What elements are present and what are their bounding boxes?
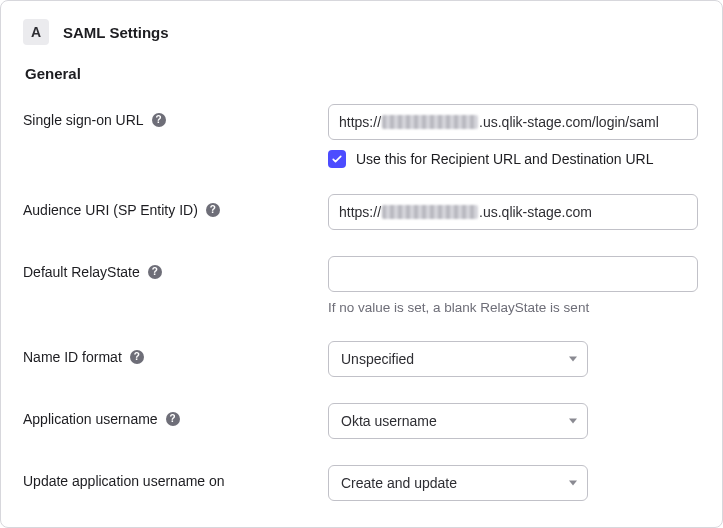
label-text: Audience URI (SP Entity ID) xyxy=(23,202,198,218)
sso-url-input[interactable]: https:// .us.qlik-stage.com/login/saml xyxy=(328,104,698,140)
control-nameid-format: Unspecified xyxy=(328,341,700,377)
label-default-relaystate: Default RelayState ? xyxy=(23,256,328,280)
help-icon[interactable]: ? xyxy=(148,265,162,279)
sso-url-prefix: https:// xyxy=(339,114,381,130)
audience-uri-prefix: https:// xyxy=(339,204,381,220)
chevron-down-icon xyxy=(569,419,577,424)
row-update-username-on: Update application username on Create an… xyxy=(23,465,700,501)
row-audience-uri: Audience URI (SP Entity ID) ? https:// .… xyxy=(23,194,700,230)
label-text: Name ID format xyxy=(23,349,122,365)
label-audience-uri: Audience URI (SP Entity ID) ? xyxy=(23,194,328,218)
label-update-username-on: Update application username on xyxy=(23,465,328,489)
control-default-relaystate: If no value is set, a blank RelayState i… xyxy=(328,256,700,315)
row-app-username: Application username ? Okta username xyxy=(23,403,700,439)
label-app-username: Application username ? xyxy=(23,403,328,427)
redacted-host xyxy=(382,115,478,129)
help-icon[interactable]: ? xyxy=(166,412,180,426)
control-sso-url: https:// .us.qlik-stage.com/login/saml U… xyxy=(328,104,700,168)
panel-header: A SAML Settings xyxy=(23,19,700,45)
row-sso-url: Single sign-on URL ? https:// .us.qlik-s… xyxy=(23,104,700,168)
select-value: Create and update xyxy=(341,475,457,491)
control-app-username: Okta username xyxy=(328,403,700,439)
check-icon xyxy=(331,153,343,165)
row-nameid-format: Name ID format ? Unspecified xyxy=(23,341,700,377)
sso-url-checkbox-row: Use this for Recipient URL and Destinati… xyxy=(328,150,700,168)
label-text: Default RelayState xyxy=(23,264,140,280)
saml-settings-panel: A SAML Settings General Single sign-on U… xyxy=(0,0,723,528)
select-value: Unspecified xyxy=(341,351,414,367)
default-relaystate-input[interactable] xyxy=(328,256,698,292)
section-letter-badge: A xyxy=(23,19,49,45)
section-general-title: General xyxy=(25,65,700,82)
app-username-select[interactable]: Okta username xyxy=(328,403,588,439)
label-text: Single sign-on URL xyxy=(23,112,144,128)
control-audience-uri: https:// .us.qlik-stage.com xyxy=(328,194,700,230)
chevron-down-icon xyxy=(569,481,577,486)
audience-uri-input[interactable]: https:// .us.qlik-stage.com xyxy=(328,194,698,230)
label-sso-url: Single sign-on URL ? xyxy=(23,104,328,128)
chevron-down-icon xyxy=(569,357,577,362)
sso-url-suffix: .us.qlik-stage.com/login/saml xyxy=(479,114,659,130)
select-value: Okta username xyxy=(341,413,437,429)
help-icon[interactable]: ? xyxy=(152,113,166,127)
recipient-url-checkbox-label: Use this for Recipient URL and Destinati… xyxy=(356,151,654,167)
update-username-on-select[interactable]: Create and update xyxy=(328,465,588,501)
default-relaystate-hint: If no value is set, a blank RelayState i… xyxy=(328,300,700,315)
audience-uri-suffix: .us.qlik-stage.com xyxy=(479,204,592,220)
help-icon[interactable]: ? xyxy=(206,203,220,217)
panel-title: SAML Settings xyxy=(63,24,169,41)
label-nameid-format: Name ID format ? xyxy=(23,341,328,365)
label-text: Update application username on xyxy=(23,473,225,489)
nameid-format-select[interactable]: Unspecified xyxy=(328,341,588,377)
recipient-url-checkbox[interactable] xyxy=(328,150,346,168)
help-icon[interactable]: ? xyxy=(130,350,144,364)
section-letter: A xyxy=(31,24,41,40)
row-default-relaystate: Default RelayState ? If no value is set,… xyxy=(23,256,700,315)
label-text: Application username xyxy=(23,411,158,427)
redacted-host xyxy=(382,205,478,219)
control-update-username-on: Create and update xyxy=(328,465,700,501)
